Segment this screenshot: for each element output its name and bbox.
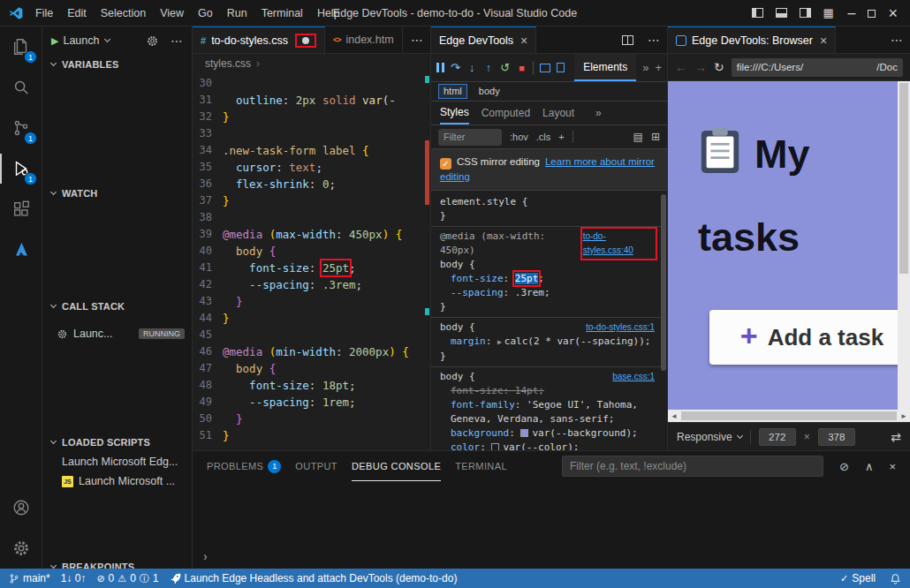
toggle-panel-icon[interactable]: [776, 8, 787, 18]
tab-problems[interactable]: PROBLEMS 1: [207, 451, 281, 481]
tab-edge-devtools[interactable]: Edge DevTools ×: [431, 26, 536, 53]
customize-layout-icon[interactable]: ▦: [823, 7, 836, 19]
menu-edit[interactable]: Edit: [60, 0, 94, 26]
code-line[interactable]: 36 flex-shrink: 0;: [193, 176, 430, 192]
more-tabs-icon[interactable]: »: [642, 61, 648, 74]
css-property[interactable]: margin: ▶calc(2 * var(--spacing));: [431, 335, 667, 350]
more-actions-icon[interactable]: ⋯: [171, 34, 183, 48]
loaded-script-item[interactable]: Launch Microsoft Edg...: [42, 452, 192, 471]
watch-section-header[interactable]: WATCH: [42, 184, 192, 203]
activity-source-control[interactable]: 1: [0, 108, 42, 148]
forward-icon[interactable]: →: [694, 60, 707, 74]
code-line[interactable]: 50 }: [193, 411, 430, 427]
add-task-button[interactable]: + Add a task: [709, 310, 910, 365]
call-stack-session[interactable]: Launc... RUNNING: [42, 323, 192, 344]
code-line[interactable]: 38: [193, 209, 430, 226]
editor-actions-icon[interactable]: ⋯: [641, 26, 667, 53]
css-property[interactable]: color: var(--color);: [431, 441, 667, 450]
code-line[interactable]: 33: [193, 125, 430, 142]
scrollbar[interactable]: [661, 194, 666, 433]
code-line[interactable]: 35 cursor: text;: [193, 159, 430, 176]
rotate-icon[interactable]: ⇄: [891, 430, 901, 444]
css-source-link[interactable]: base.css:1: [612, 370, 655, 384]
styles-pane[interactable]: element.style {}@media (max-width: 450px…: [431, 191, 667, 450]
dom-breadcrumb-html[interactable]: html: [438, 84, 467, 99]
code-line[interactable]: 43 }: [193, 293, 430, 310]
console-filter-input[interactable]: Filter (e.g. text, !exclude): [562, 456, 823, 477]
code-line[interactable]: 34.new-task-form label {: [193, 142, 430, 159]
breadcrumb-file[interactable]: styles.css: [205, 57, 251, 70]
scrollbar-thumb[interactable]: [661, 194, 666, 371]
css-property[interactable]: font-size: 25pt;: [431, 272, 667, 286]
browser-screencast[interactable]: My tasks + Add a task ◄ ►: [668, 81, 910, 422]
new-style-rule-button[interactable]: +: [558, 132, 564, 142]
code-line[interactable]: 46@media (min-width: 2000px) {: [193, 343, 430, 360]
menu-view[interactable]: View: [153, 0, 191, 26]
device-height-input[interactable]: 378: [818, 428, 855, 446]
grid-overlay-icon[interactable]: ⊞: [651, 131, 660, 143]
maximize-panel-icon[interactable]: ∧: [865, 460, 874, 473]
tab-layout[interactable]: Layout: [542, 102, 574, 124]
code-line[interactable]: 30: [193, 75, 430, 92]
scrollbar-thumb[interactable]: [681, 411, 897, 420]
url-input[interactable]: file:///C:/Users/ /Doc: [732, 58, 903, 77]
tab-debug-console[interactable]: DEBUG CONSOLE: [352, 451, 441, 481]
stop-icon[interactable]: ■: [517, 63, 527, 73]
device-mode-dropdown[interactable]: Responsive: [677, 431, 742, 443]
scroll-right-icon[interactable]: ►: [898, 412, 910, 420]
element-class-button[interactable]: .cls: [536, 132, 551, 142]
css-mirror-checkbox[interactable]: ✓: [440, 158, 451, 170]
code-line[interactable]: 39@media (max-width: 450px) {: [193, 226, 430, 243]
device-width-input[interactable]: 272: [759, 428, 796, 446]
more-panes-icon[interactable]: »: [595, 107, 602, 119]
tab-to-do-styles-css[interactable]: # to-do-styles.css: [193, 26, 325, 53]
add-tab-icon[interactable]: +: [655, 61, 662, 74]
activity-search[interactable]: [0, 67, 42, 108]
code-editor[interactable]: 3031 outline: 2px solid var(-32}3334.new…: [193, 73, 430, 450]
account-icon[interactable]: [0, 487, 42, 528]
tab-computed[interactable]: Computed: [482, 102, 530, 124]
gear-icon[interactable]: [146, 34, 159, 48]
code-line[interactable]: 41 font-size: 25pt;: [193, 260, 430, 276]
call-stack-section-header[interactable]: CALL STACK: [42, 297, 192, 316]
step-over-icon[interactable]: ↷: [451, 61, 461, 74]
code-line[interactable]: 48 font-size: 18pt;: [193, 377, 430, 394]
editor-actions-icon[interactable]: ⋯: [404, 26, 430, 53]
close-icon[interactable]: ×: [520, 34, 527, 48]
menu-go[interactable]: Go: [191, 0, 220, 26]
split-editor-icon[interactable]: [615, 26, 641, 53]
restart-icon[interactable]: ↺: [500, 61, 511, 74]
loaded-scripts-section-header[interactable]: LOADED SCRIPTS: [42, 433, 192, 452]
close-icon[interactable]: ×: [820, 34, 827, 48]
step-into-icon[interactable]: ↓: [466, 61, 477, 74]
menu-selection[interactable]: Selection: [94, 0, 153, 26]
editor-actions-icon[interactable]: ⋯: [883, 26, 910, 53]
activity-run-debug[interactable]: 1: [0, 148, 42, 189]
back-icon[interactable]: ←: [675, 60, 687, 74]
device-emulation-icon[interactable]: [557, 63, 565, 72]
scrollbar-thumb[interactable]: [899, 83, 908, 274]
pause-icon[interactable]: [436, 63, 444, 72]
settings-gear-icon[interactable]: [0, 528, 42, 569]
rendering-emulation-icon[interactable]: ▤: [633, 131, 643, 143]
tab-devtools-browser[interactable]: Edge DevTools: Browser ×: [668, 26, 836, 53]
menu-terminal[interactable]: Terminal: [254, 0, 310, 26]
launch-config-dropdown[interactable]: Launch: [63, 34, 99, 47]
dom-breadcrumb-body[interactable]: body: [474, 85, 504, 98]
code-line[interactable]: 32}: [193, 109, 430, 125]
reload-icon[interactable]: ↻: [714, 60, 724, 74]
problems-status[interactable]: ⊘ 0 ⚠ 0 ⓘ 1: [96, 572, 158, 585]
color-swatch-icon[interactable]: [520, 429, 528, 437]
tab-styles[interactable]: Styles: [440, 102, 469, 124]
activity-extensions[interactable]: [0, 189, 42, 230]
code-line[interactable]: 51}: [193, 427, 430, 444]
menu-file[interactable]: File: [28, 0, 60, 26]
git-branch-status[interactable]: main*: [9, 572, 50, 584]
toggle-secondary-sidebar-icon[interactable]: [800, 8, 811, 18]
code-line[interactable]: 44}: [193, 310, 430, 327]
debug-console[interactable]: ›: [193, 481, 910, 569]
debug-start-icon[interactable]: ▶: [51, 35, 58, 47]
css-property[interactable]: font-size: 14pt;: [431, 384, 667, 398]
modified-dot-icon[interactable]: [302, 37, 309, 44]
spell-check-status[interactable]: ✓ Spell: [840, 572, 876, 584]
